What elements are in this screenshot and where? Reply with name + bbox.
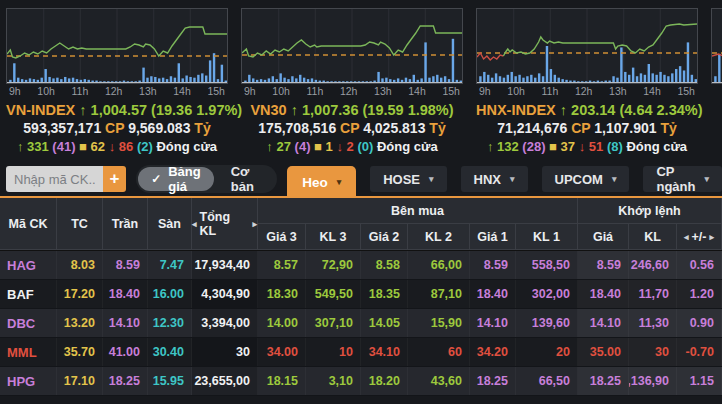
index-breadth-line: ↑ 27 (4) ■ 1 ↓ 2 (0) Đóng cửa	[241, 139, 463, 154]
table-row[interactable]: DBC13.2014.1012.303,394,0014.00307,1014.…	[0, 309, 722, 338]
price-cell: 30.40	[148, 338, 192, 366]
price-cell: 1.15	[677, 367, 722, 395]
tab-cp-ngành[interactable]: CP ngành▾	[643, 166, 722, 192]
price-cell: 1.20	[677, 280, 722, 308]
up-arrow-icon: ↑	[291, 102, 298, 118]
price-cell: 14.00	[258, 309, 306, 337]
table-row[interactable]: MML35.7041.0030.403034.001034.106034.202…	[0, 338, 722, 367]
index-panel-vn30: 9h10h11h12h13h14h15h VN30 ↑ 1,007.36 (19…	[241, 8, 463, 160]
price-cell: 558,50	[516, 251, 578, 279]
index-name: HNX-INDEX	[476, 102, 556, 118]
price-cell: 8.58	[361, 251, 408, 279]
tab-hnx[interactable]: HNX▾	[461, 166, 528, 192]
total-value: 1,107.901	[594, 120, 656, 136]
price-cell: 14.10	[470, 309, 516, 337]
total-shares: 593,357,171	[23, 120, 101, 136]
table-row[interactable]: HAG8.038.597.4717,934,408.5772,908.5866,…	[0, 251, 722, 280]
arrow-right-icon[interactable]: ▸	[252, 219, 257, 229]
header-total-volume[interactable]: ◂ Tổng KL ▸	[192, 198, 258, 250]
chevron-down-icon: ▾	[510, 174, 515, 184]
tab-hose[interactable]: HOSE▾	[370, 166, 446, 192]
price-cell: 18.25	[470, 367, 516, 395]
add-symbol-button[interactable]: +	[103, 166, 126, 192]
session-status: Đóng cửa	[377, 139, 438, 154]
floor-count: (2)	[137, 139, 153, 154]
vnindex-chart	[6, 8, 228, 84]
price-cell: 34.20	[470, 338, 516, 366]
time-tick: 9h	[244, 85, 256, 99]
price-cell: 17.20	[57, 280, 103, 308]
check-icon: ✓	[151, 172, 161, 186]
price-cell: 549,50	[306, 280, 361, 308]
total-shares: 71,214,676	[497, 120, 567, 136]
price-cell: 14.05	[361, 309, 408, 337]
time-tick: 13h	[609, 85, 627, 99]
index-breadth-line: ↑ 331 (41) ■ 62 ↓ 86 (2) Đóng cửa	[6, 139, 228, 154]
price-cell: 30	[192, 338, 258, 366]
price-cell: 18.30	[258, 280, 306, 308]
time-tick: 10h	[37, 85, 55, 99]
partial-chart	[711, 8, 722, 84]
header-matched-vol: KL	[629, 224, 677, 250]
basic-view-toggle[interactable]: Cơ bản	[214, 164, 275, 194]
index-charts-row: 9h10h11h12h13h14h15h VN-INDEX ↑ 1,004.57…	[0, 0, 722, 160]
arrow-left-icon[interactable]: ◂	[684, 232, 689, 242]
price-cell: 15.95	[148, 367, 192, 395]
price-cell: 43,60	[408, 367, 470, 395]
unchanged-icon: ■	[549, 139, 557, 154]
header-vol3: KL 3	[306, 224, 361, 250]
time-axis: 9h10h11h12h13h14h15h	[6, 84, 228, 99]
advancers-count: 27	[276, 139, 290, 154]
time-tick: 11h	[542, 85, 559, 99]
chevron-down-icon: ▾	[704, 174, 709, 184]
price-cell: 66,00	[408, 251, 470, 279]
time-tick: 13h	[374, 85, 392, 99]
index-value: 1,007.36	[302, 102, 358, 118]
price-cell: 17.10	[57, 367, 103, 395]
ticker-symbol: HAG	[0, 251, 57, 279]
cp-label: CP	[340, 120, 359, 136]
total-shares: 175,708,516	[258, 120, 336, 136]
index-summary-line: VN30 ↑ 1,007.36 (19.59 1.98%)	[241, 102, 463, 118]
index-value: 203.14	[571, 102, 615, 118]
ticker-symbol: DBC	[0, 309, 57, 337]
price-cell: 66,50	[516, 367, 578, 395]
price-cell: 14.10	[103, 309, 148, 337]
price-cell: 60	[408, 338, 470, 366]
chevron-down-icon: ▾	[429, 174, 434, 184]
header-change[interactable]: ◂ +/- ▸	[677, 224, 722, 250]
price-cell: 18.35	[361, 280, 408, 308]
header-matched-group: Khớp lệnh	[578, 198, 722, 224]
watchlist-dropdown[interactable]: Heo ▾	[287, 166, 356, 198]
board-view-label: Bảng giá	[168, 164, 201, 194]
time-tick: 14h	[173, 85, 191, 99]
index-name: VN30	[250, 102, 286, 118]
index-volume-line: 71,214,676 CP 1,107.901 Tỷ	[476, 120, 698, 136]
up-arrow-icon: ↑	[266, 139, 273, 154]
table-row[interactable]: HPG17.1018.2515.9523,655,0018.153,1018.2…	[0, 367, 722, 396]
index-value: 1,004.57	[91, 102, 147, 118]
price-cell: 34.10	[361, 338, 408, 366]
price-cell: 8.59	[578, 251, 629, 279]
table-row[interactable]: BAF17.2018.4016.004,304,9018.30549,5018.…	[0, 280, 722, 309]
header-price2: Giá 2	[361, 224, 408, 250]
ty-label: Tỷ	[194, 120, 210, 136]
floor-count: (0)	[357, 139, 373, 154]
header-price1: Giá 1	[470, 224, 516, 250]
price-cell: 7.47	[148, 251, 192, 279]
session-status: Đóng cửa	[626, 139, 687, 154]
price-table: Mã CK TC Trần Sàn ◂ Tổng KL ▸ Bên mua Kh…	[0, 198, 722, 396]
board-view-toggle[interactable]: ✓ Bảng giá	[138, 167, 214, 191]
ticker-symbol: HPG	[0, 367, 57, 395]
header-symbol: Mã CK	[0, 198, 57, 250]
symbol-search-input[interactable]	[6, 166, 103, 192]
unchanged-icon: ■	[314, 139, 322, 154]
down-arrow-icon: ↓	[336, 139, 343, 154]
arrow-left-icon[interactable]: ◂	[192, 219, 197, 229]
arrow-right-icon[interactable]: ▸	[709, 232, 714, 242]
price-cell: 87,10	[408, 280, 470, 308]
header-price3: Giá 3	[258, 224, 306, 250]
total-value: 9,569.083	[128, 120, 190, 136]
price-cell: 8.03	[57, 251, 103, 279]
tab-upcom[interactable]: UPCOM▾	[542, 166, 630, 192]
